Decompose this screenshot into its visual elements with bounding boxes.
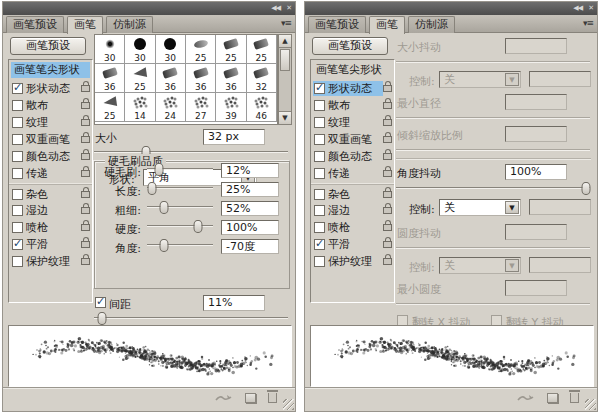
lock-icon[interactable]	[383, 224, 392, 231]
spacing-checkbox[interactable]	[95, 297, 106, 308]
brush-preset[interactable]: 25	[216, 35, 246, 64]
tab[interactable]: 画笔	[67, 16, 103, 34]
control-dropdown[interactable]: 关 ▼	[439, 199, 521, 216]
brush-presets-button[interactable]: 画笔预设	[10, 37, 86, 55]
sidebar-item[interactable]: 杂色	[9, 184, 92, 202]
sidebar-item[interactable]: 杂色	[311, 184, 394, 202]
sidebar-item[interactable]: 湿边	[9, 202, 92, 219]
brush-preset[interactable]: 14	[125, 93, 155, 122]
lock-icon[interactable]	[383, 136, 392, 143]
scrollbar-thumb[interactable]	[280, 49, 290, 71]
close-icon[interactable]: ✕	[286, 5, 291, 12]
option-checkbox[interactable]	[314, 168, 325, 179]
tab[interactable]: 画笔预设	[6, 16, 64, 33]
sidebar-item[interactable]: 传递	[9, 165, 92, 182]
lock-icon[interactable]	[81, 85, 90, 92]
option-checkbox[interactable]	[314, 83, 325, 94]
lock-icon[interactable]	[383, 153, 392, 160]
brush-preset[interactable]: 25	[247, 35, 277, 64]
delete-brush-icon[interactable]	[268, 393, 277, 403]
brush-preset[interactable]: 25	[95, 93, 125, 122]
bristle-value[interactable]: 100%	[221, 220, 279, 235]
lock-icon[interactable]	[81, 207, 90, 214]
option-checkbox[interactable]	[314, 205, 325, 216]
lock-icon[interactable]	[383, 85, 392, 92]
option-checkbox[interactable]	[314, 100, 325, 111]
scroll-up-icon[interactable]: ▲	[279, 35, 291, 48]
brush-presets-button[interactable]: 画笔预设	[312, 37, 388, 55]
bristle-value[interactable]: 12%	[221, 163, 279, 178]
scroll-down-icon[interactable]: ▼	[279, 111, 291, 124]
brush-preset[interactable]: 25	[186, 35, 216, 64]
bristle-value[interactable]: -70度	[221, 239, 279, 254]
delete-brush-icon[interactable]	[570, 393, 579, 403]
sidebar-item[interactable]: 散布	[9, 97, 92, 114]
close-icon[interactable]: ✕	[588, 5, 593, 12]
resize-grip[interactable]	[283, 399, 294, 410]
lock-icon[interactable]	[81, 170, 90, 177]
sidebar-item[interactable]: 保护纹理	[311, 253, 394, 270]
bristle-slider[interactable]	[147, 201, 213, 214]
option-checkbox[interactable]	[12, 239, 23, 250]
sidebar-item[interactable]: 喷枪	[311, 219, 394, 236]
sidebar-item-tip-shape[interactable]: 画笔笔尖形状	[11, 62, 90, 78]
angle-jitter-value[interactable]: 100%	[505, 164, 567, 180]
sidebar-item[interactable]: 湿边	[311, 202, 394, 219]
option-checkbox[interactable]	[314, 256, 325, 267]
option-checkbox[interactable]	[12, 256, 23, 267]
brush-preset[interactable]: 32	[247, 64, 277, 93]
sidebar-item[interactable]: 纹理	[9, 114, 92, 131]
brush-preset[interactable]: 30	[95, 35, 125, 64]
sidebar-item[interactable]: 形状动态	[9, 80, 92, 97]
sidebar-item-tip-shape[interactable]: 画笔笔尖形状	[313, 62, 392, 78]
lock-icon[interactable]	[383, 119, 392, 126]
bristle-value[interactable]: 52%	[221, 201, 279, 216]
option-checkbox[interactable]	[12, 83, 23, 94]
option-checkbox[interactable]	[12, 168, 23, 179]
sidebar-item[interactable]: 喷枪	[9, 219, 92, 236]
tab[interactable]: 画笔预设	[308, 16, 366, 33]
new-brush-icon[interactable]	[547, 393, 558, 403]
sidebar-item[interactable]: 双重画笔	[311, 131, 394, 148]
option-checkbox[interactable]	[314, 134, 325, 145]
spacing-slider[interactable]	[94, 312, 288, 325]
bristle-slider[interactable]	[147, 220, 213, 233]
bristle-preview-icon[interactable]	[215, 393, 233, 403]
option-checkbox[interactable]	[314, 117, 325, 128]
panel-menu-icon[interactable]: ▾≡	[281, 18, 291, 28]
sidebar-item[interactable]: 平滑	[9, 236, 92, 253]
sidebar-item[interactable]: 保护纹理	[9, 253, 92, 270]
option-checkbox[interactable]	[314, 239, 325, 250]
option-checkbox[interactable]	[12, 205, 23, 216]
option-checkbox[interactable]	[314, 222, 325, 233]
sidebar-item[interactable]: 形状动态	[311, 80, 394, 97]
lock-icon[interactable]	[81, 136, 90, 143]
tab[interactable]: 仿制源	[106, 16, 153, 33]
spacing-value[interactable]: 11%	[203, 295, 265, 311]
lock-icon[interactable]	[383, 170, 392, 177]
sidebar-item[interactable]: 颜色动态	[9, 148, 92, 165]
brush-preset[interactable]: 25	[125, 64, 155, 93]
chevron-down-icon[interactable]: ▼	[505, 201, 519, 214]
lock-icon[interactable]	[81, 191, 90, 198]
size-value[interactable]: 32 px	[203, 129, 265, 145]
lock-icon[interactable]	[81, 224, 90, 231]
brush-preset[interactable]: 46	[247, 93, 277, 122]
lock-icon[interactable]	[81, 241, 90, 248]
lock-icon[interactable]	[383, 241, 392, 248]
lock-icon[interactable]	[383, 207, 392, 214]
resize-grip[interactable]	[585, 399, 596, 410]
brush-preset[interactable]: 24	[156, 93, 186, 122]
lock-icon[interactable]	[81, 102, 90, 109]
lock-icon[interactable]	[81, 258, 90, 265]
bristle-value[interactable]: 25%	[221, 182, 279, 197]
sidebar-item[interactable]: 散布	[311, 97, 394, 114]
option-checkbox[interactable]	[314, 151, 325, 162]
lock-icon[interactable]	[383, 258, 392, 265]
bristle-slider[interactable]	[147, 182, 213, 195]
grid-scrollbar[interactable]: ▲ ▼	[278, 34, 292, 125]
option-checkbox[interactable]	[12, 189, 23, 200]
brush-preset[interactable]: 39	[216, 93, 246, 122]
brush-preset[interactable]: 36	[216, 64, 246, 93]
tab[interactable]: 画笔	[369, 16, 405, 34]
